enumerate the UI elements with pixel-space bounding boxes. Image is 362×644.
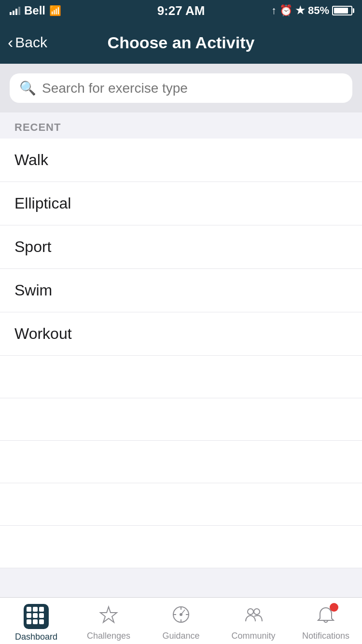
- nav-header: ‹ Back Choose an Activity: [0, 21, 362, 64]
- dashboard-icon: [24, 604, 49, 629]
- status-time: 9:27 AM: [157, 3, 205, 18]
- tab-notifications[interactable]: Notifications: [290, 598, 362, 644]
- tab-challenges[interactable]: Challenges: [72, 598, 145, 644]
- activity-list: Walk Elliptical Sport Swim Workout: [0, 139, 362, 356]
- empty-row-4: [0, 483, 362, 526]
- search-input[interactable]: [42, 81, 343, 96]
- wifi-icon: 📶: [49, 5, 61, 16]
- empty-row-3: [0, 441, 362, 483]
- svg-line-7: [181, 610, 185, 615]
- alarm-icon: ⏰: [279, 4, 292, 17]
- battery-percent: 85%: [308, 4, 329, 17]
- notification-badge: [330, 603, 338, 612]
- back-label: Back: [15, 34, 47, 51]
- empty-row-2: [0, 398, 362, 441]
- list-item-walk[interactable]: Walk: [0, 139, 362, 182]
- search-container: 🔍: [0, 64, 362, 112]
- list-item-swim[interactable]: Swim: [0, 269, 362, 312]
- svg-point-8: [248, 609, 253, 615]
- challenges-icon: [99, 605, 118, 628]
- svg-point-9: [254, 609, 260, 615]
- location-icon: ↑: [271, 4, 277, 17]
- status-left: Bell 📶: [10, 4, 61, 17]
- list-item-elliptical[interactable]: Elliptical: [0, 182, 362, 225]
- tab-dashboard[interactable]: Dashboard: [0, 598, 72, 644]
- community-icon: [244, 605, 263, 628]
- search-bar[interactable]: 🔍: [10, 73, 352, 103]
- tab-bar: Dashboard Challenges Guidance: [0, 597, 362, 644]
- empty-rows: [0, 356, 362, 568]
- tab-guidance-label: Guidance: [162, 631, 199, 641]
- signal-icon: [10, 6, 20, 15]
- tab-community[interactable]: Community: [217, 598, 290, 644]
- tab-dashboard-label: Dashboard: [15, 632, 57, 642]
- list-item-workout[interactable]: Workout: [0, 312, 362, 356]
- page-title: Choose an Activity: [108, 33, 255, 52]
- tab-notifications-label: Notifications: [302, 631, 349, 641]
- tab-community-label: Community: [231, 631, 275, 641]
- back-chevron-icon: ‹: [8, 34, 13, 50]
- guidance-icon: [171, 605, 191, 628]
- tab-guidance[interactable]: Guidance: [145, 598, 217, 644]
- status-right: ↑ ⏰ ★ 85%: [271, 4, 352, 17]
- notifications-icon: [316, 605, 335, 628]
- recent-section-header: RECENT: [0, 112, 362, 139]
- tab-challenges-label: Challenges: [87, 631, 130, 641]
- search-icon: 🔍: [19, 80, 36, 96]
- status-bar: Bell 📶 9:27 AM ↑ ⏰ ★ 85%: [0, 0, 362, 21]
- empty-row-5: [0, 526, 362, 568]
- bluetooth-icon: ★: [295, 4, 305, 17]
- svg-marker-0: [100, 607, 117, 622]
- battery-icon: [332, 6, 352, 15]
- empty-row-1: [0, 356, 362, 398]
- back-button[interactable]: ‹ Back: [8, 34, 47, 51]
- carrier-label: Bell: [24, 4, 45, 17]
- list-item-sport[interactable]: Sport: [0, 225, 362, 269]
